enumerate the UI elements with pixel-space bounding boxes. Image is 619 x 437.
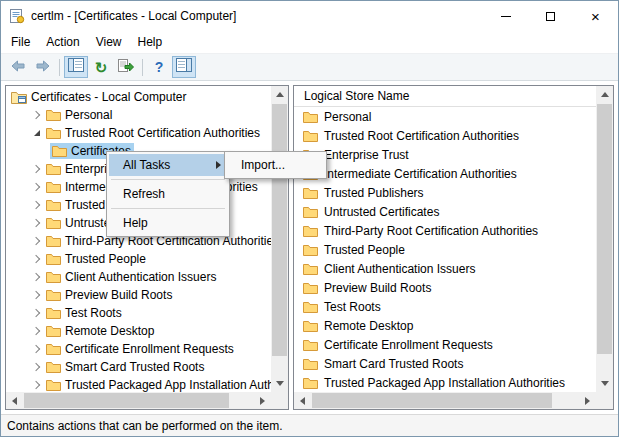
- folder-icon: [302, 206, 318, 218]
- context-menu-item-import[interactable]: Import...: [227, 154, 324, 176]
- all-tasks-submenu: Import...: [224, 151, 327, 179]
- toolbar-separator: [59, 59, 60, 76]
- chevron-collapsed-icon[interactable]: [30, 292, 44, 298]
- store-name-label: Client Authentication Issuers: [324, 262, 475, 276]
- tree-item[interactable]: Personal: [6, 106, 271, 124]
- folder-icon: [302, 301, 318, 313]
- chevron-collapsed-icon[interactable]: [30, 112, 44, 118]
- show-action-pane-button[interactable]: [172, 56, 196, 78]
- scroll-right-button[interactable]: [254, 392, 271, 409]
- forward-button[interactable]: [31, 56, 55, 78]
- scroll-up-button[interactable]: [271, 86, 288, 103]
- list-hscroll-thumb[interactable]: [312, 393, 552, 408]
- tree-item[interactable]: Client Authentication Issuers: [6, 268, 271, 286]
- folder-icon: [45, 361, 61, 373]
- tree-item[interactable]: Trusted Root Certification Authorities: [6, 124, 271, 142]
- store-list-item[interactable]: Intermediate Certification Authorities: [294, 164, 596, 183]
- back-button[interactable]: [6, 56, 30, 78]
- folder-icon: [45, 325, 61, 337]
- store-list-item[interactable]: Test Roots: [294, 297, 596, 316]
- store-list-item[interactable]: Remote Desktop: [294, 316, 596, 335]
- store-list-item[interactable]: Trusted Publishers: [294, 183, 596, 202]
- context-menu-item-help[interactable]: Help: [109, 212, 227, 234]
- chevron-collapsed-icon[interactable]: [30, 364, 44, 370]
- export-list-button[interactable]: [114, 56, 138, 78]
- chevron-collapsed-icon[interactable]: [30, 328, 44, 334]
- tree-item-label: Trusted Packaged App Installation Author…: [65, 378, 271, 392]
- store-list-item[interactable]: Enterprise Trust: [294, 145, 596, 164]
- scroll-up-button[interactable]: [596, 86, 613, 103]
- store-list-item[interactable]: Personal: [294, 107, 596, 126]
- chevron-collapsed-icon[interactable]: [30, 166, 44, 172]
- status-bar: Contains actions that can be performed o…: [1, 414, 618, 436]
- store-list-item[interactable]: Preview Build Roots: [294, 278, 596, 297]
- scroll-left-button[interactable]: [294, 392, 311, 409]
- tree-item-label: Preview Build Roots: [65, 288, 172, 302]
- store-list-item[interactable]: Untrusted Certificates: [294, 202, 596, 221]
- app-icon: [9, 8, 25, 24]
- tree-item-label: Smart Card Trusted Roots: [65, 360, 204, 374]
- status-text: Contains actions that can be performed o…: [7, 419, 283, 433]
- scrollbar-corner: [271, 392, 288, 409]
- tree-item[interactable]: Trusted Packaged App Installation Author…: [6, 376, 271, 392]
- tree-vscroll-thumb[interactable]: [272, 104, 287, 356]
- menu-item-label: Refresh: [123, 187, 165, 201]
- chevron-collapsed-icon[interactable]: [30, 220, 44, 226]
- chevron-collapsed-icon[interactable]: [30, 310, 44, 316]
- context-menu-item-all-tasks[interactable]: All Tasks: [109, 154, 227, 176]
- chevron-collapsed-icon[interactable]: [30, 238, 44, 244]
- menu-action[interactable]: Action: [38, 32, 87, 52]
- minimize-button[interactable]: [483, 1, 528, 31]
- refresh-button[interactable]: ↻: [89, 56, 113, 78]
- tree-hscroll-thumb[interactable]: [24, 393, 229, 408]
- chevron-collapsed-icon[interactable]: [30, 184, 44, 190]
- maximize-button[interactable]: [528, 1, 573, 31]
- tree-item[interactable]: Preview Build Roots: [6, 286, 271, 304]
- scroll-down-button[interactable]: [596, 375, 613, 392]
- chevron-collapsed-icon[interactable]: [30, 346, 44, 352]
- minimize-icon: [501, 16, 511, 17]
- scroll-down-button[interactable]: [271, 375, 288, 392]
- context-menu-item-refresh[interactable]: Refresh: [109, 183, 227, 205]
- store-name-label: Test Roots: [324, 300, 381, 314]
- forward-icon: [36, 58, 50, 76]
- list-vertical-scrollbar[interactable]: [596, 86, 613, 392]
- chevron-collapsed-icon[interactable]: [30, 382, 44, 388]
- chevron-collapsed-icon[interactable]: [30, 274, 44, 280]
- store-list-item[interactable]: Client Authentication Issuers: [294, 259, 596, 278]
- folder-icon: [45, 343, 61, 355]
- close-button[interactable]: ×: [573, 1, 618, 31]
- scroll-right-button[interactable]: [579, 392, 596, 409]
- store-list-item[interactable]: Trusted People: [294, 240, 596, 259]
- list-horizontal-scrollbar[interactable]: [294, 392, 596, 409]
- store-list-item[interactable]: Trusted Packaged App Installation Author…: [294, 373, 596, 392]
- show-console-tree-button[interactable]: [64, 56, 88, 78]
- tree-vertical-scrollbar[interactable]: [271, 86, 288, 392]
- help-button[interactable]: ?: [147, 56, 171, 78]
- menu-view[interactable]: View: [88, 32, 130, 52]
- chevron-collapsed-icon[interactable]: [30, 202, 44, 208]
- tree-horizontal-scrollbar[interactable]: [6, 392, 271, 409]
- tree-item[interactable]: Certificate Enrollment Requests: [6, 340, 271, 358]
- tree-item[interactable]: Trusted People: [6, 250, 271, 268]
- list-vscroll-thumb[interactable]: [597, 104, 612, 354]
- store-list-item[interactable]: Trusted Root Certification Authorities: [294, 126, 596, 145]
- chevron-collapsed-icon[interactable]: [30, 256, 44, 262]
- tree-item[interactable]: Remote Desktop: [6, 322, 271, 340]
- chevron-expanded-icon[interactable]: [30, 130, 44, 136]
- column-header-logical-store-name[interactable]: Logical Store Name: [294, 86, 596, 107]
- store-list-item[interactable]: Third-Party Root Certification Authoriti…: [294, 221, 596, 240]
- tree-item[interactable]: Certificates - Local Computer: [6, 88, 271, 106]
- scroll-left-button[interactable]: [6, 392, 23, 409]
- back-icon: [11, 58, 25, 76]
- menu-help[interactable]: Help: [130, 32, 171, 52]
- tree-item[interactable]: Test Roots: [6, 304, 271, 322]
- store-list-item[interactable]: Certificate Enrollment Requests: [294, 335, 596, 354]
- menu-file[interactable]: File: [3, 32, 38, 52]
- tree-item-label: Remote Desktop: [65, 324, 154, 338]
- show-console-tree-icon: [68, 58, 84, 76]
- tree-item[interactable]: Smart Card Trusted Roots: [6, 358, 271, 376]
- context-menu: All TasksRefreshHelp: [106, 151, 230, 237]
- store-name-label: Intermediate Certification Authorities: [324, 167, 517, 181]
- store-list-item[interactable]: Smart Card Trusted Roots: [294, 354, 596, 373]
